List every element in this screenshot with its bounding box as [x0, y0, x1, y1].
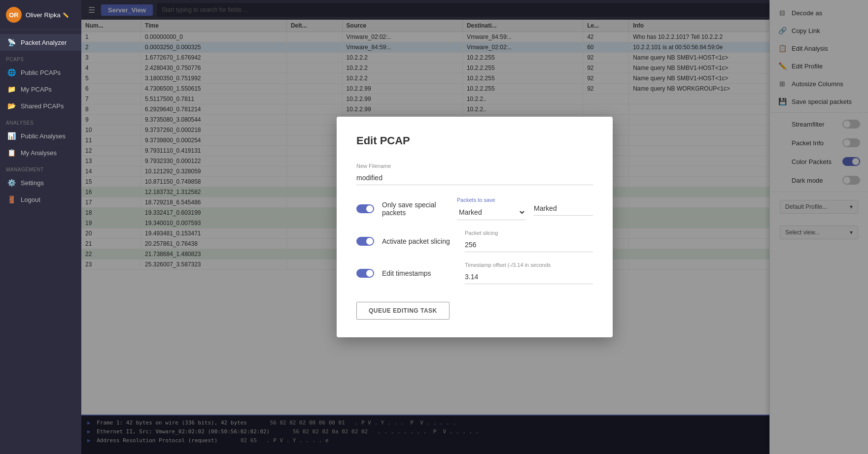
filename-label: New Filename: [356, 163, 593, 169]
username-label: Oliver Ripka: [26, 11, 61, 19]
sidebar-section-management: Management: [0, 161, 81, 174]
sidebar-item-label: Settings: [21, 179, 44, 187]
timestamp-offset-label: Timestamp offset (-/3.14 in seconds: [465, 262, 593, 268]
public-analyses-icon: 📊: [7, 132, 16, 140]
shared-pcaps-icon: 📂: [7, 102, 16, 110]
sidebar-item-label: Public Analyses: [21, 132, 66, 140]
packet-slicing-label: Activate packet slicing: [382, 237, 457, 245]
sidebar-header: OR Oliver Ripka ✏️: [0, 0, 81, 30]
sidebar-item-label: My Analyses: [21, 149, 57, 157]
avatar: OR: [6, 7, 22, 23]
filename-input[interactable]: [356, 171, 593, 185]
sidebar-item-label: My PCAPs: [21, 86, 52, 93]
packet-analyzer-icon: 📡: [7, 38, 16, 46]
timestamp-offset-input[interactable]: [465, 270, 593, 284]
sidebar-username: Oliver Ripka ✏️: [26, 11, 69, 19]
edit-pcap-modal: Edit PCAP New Filename Only save special…: [337, 117, 613, 337]
packet-slicing-knob: [366, 238, 373, 245]
packets-to-save-text: Marked: [534, 201, 593, 216]
sidebar: OR Oliver Ripka ✏️ 📡 Packet Analyzer PCA…: [0, 0, 81, 454]
only-save-special-label: Only save special packets: [382, 201, 449, 217]
sidebar-section-analyses: Analyses: [0, 114, 81, 128]
sidebar-item-label: Packet Analyzer: [21, 39, 67, 46]
packets-to-save-group: Packets to save Marked All Filtered Igno…: [457, 197, 526, 220]
edit-timestamps-label: Edit timestamps: [382, 269, 457, 277]
logout-icon: 🚪: [7, 195, 16, 203]
edit-timestamps-toggle[interactable]: [356, 269, 374, 278]
queue-editing-task-button[interactable]: QUEUE EDITING TASK: [356, 302, 450, 320]
filename-field: New Filename: [356, 163, 593, 185]
sidebar-item-settings[interactable]: ⚙️ Settings: [0, 174, 81, 191]
sidebar-item-public-pcaps[interactable]: 🌐 Public PCAPs: [0, 64, 81, 81]
only-save-special-toggle[interactable]: [356, 204, 374, 213]
special-packets-row: Only save special packets Packets to sav…: [356, 197, 593, 220]
edit-timestamps-knob: [366, 270, 373, 277]
edit-username-icon[interactable]: ✏️: [63, 12, 69, 18]
public-pcaps-icon: 🌐: [7, 68, 16, 76]
sidebar-item-label: Shared PCAPs: [21, 102, 64, 110]
sidebar-item-my-pcaps[interactable]: 📁 My PCAPs: [0, 81, 81, 97]
sidebar-item-shared-pcaps[interactable]: 📂 Shared PCAPs: [0, 97, 81, 114]
packets-to-save-select[interactable]: Marked All Filtered Ignored: [457, 205, 526, 220]
modal-overlay[interactable]: Edit PCAP New Filename Only save special…: [81, 0, 868, 454]
only-save-special-knob: [366, 205, 373, 212]
sidebar-section-pcaps: PCAPs: [0, 51, 81, 64]
sidebar-item-label: Public PCAPs: [21, 69, 61, 76]
my-pcaps-icon: 📁: [7, 85, 16, 93]
sidebar-item-label: Logout: [21, 196, 40, 203]
packet-slicing-input[interactable]: [465, 238, 593, 252]
sidebar-item-my-analyses[interactable]: 📋 My Analyses: [0, 144, 81, 161]
packets-to-save-label: Packets to save: [457, 197, 526, 203]
modal-title: Edit PCAP: [356, 134, 593, 147]
sidebar-nav: 📡 Packet Analyzer PCAPs 🌐 Public PCAPs 📁…: [0, 30, 81, 454]
timestamp-offset-group: Timestamp offset (-/3.14 in seconds: [465, 262, 593, 284]
packet-slicing-input-label: Packet slicing: [465, 230, 593, 236]
sidebar-item-packet-analyzer[interactable]: 📡 Packet Analyzer: [0, 34, 81, 51]
sidebar-item-public-analyses[interactable]: 📊 Public Analyses: [0, 128, 81, 144]
packet-slicing-input-group: Packet slicing: [465, 230, 593, 252]
settings-icon: ⚙️: [7, 179, 16, 187]
timestamps-row: Edit timestamps Timestamp offset (-/3.14…: [356, 262, 593, 284]
packet-slicing-toggle[interactable]: [356, 237, 374, 246]
packet-slicing-row: Activate packet slicing Packet slicing: [356, 230, 593, 252]
sidebar-item-logout[interactable]: 🚪 Logout: [0, 191, 81, 208]
my-analyses-icon: 📋: [7, 149, 16, 157]
